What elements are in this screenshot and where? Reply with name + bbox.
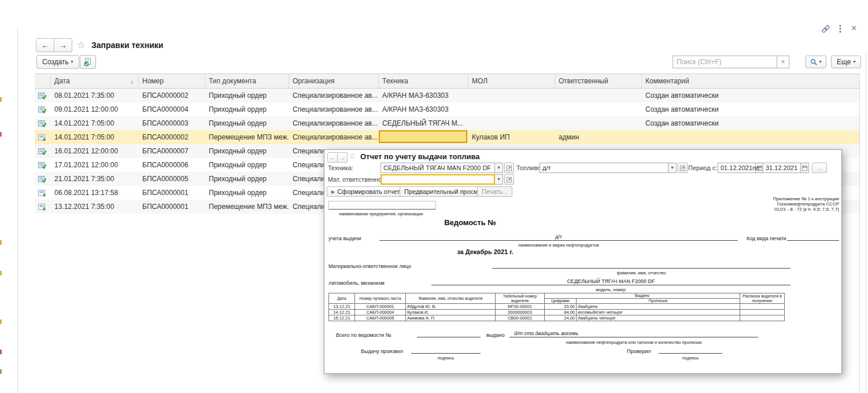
column-header-number[interactable]: Номер [139,74,205,88]
mol-open-button[interactable] [504,174,514,185]
period-from-input[interactable]: 01.12.2021 [718,163,756,173]
period-more-button[interactable]: ... [812,163,827,173]
sort-descending-icon: ↓ [131,78,135,85]
issue-row: 13.12.21 САБП-000001 Абдулов Ю. В. МГ00-… [329,304,785,310]
table-row[interactable]: 14.01.2021 7:05:00 БПСА0000003 Приходный… [35,116,859,130]
fuel-open-button[interactable] [678,163,688,173]
vehicle-label: Автомобиль, механизм [328,280,385,286]
column-header-date[interactable]: Дата ↓ [51,74,139,88]
side-panel-edge [0,97,2,102]
checker-signature-caption: подпись [662,355,719,361]
favorite-star-icon[interactable]: ☆ [77,41,85,50]
org-name-caption: наименование предприятия, организации [339,211,423,216]
forward-button[interactable]: → [338,152,348,163]
col-digits: Цифрами [545,299,577,304]
cell-number: БПСА0000001 [139,186,205,200]
issuer-signature-caption: подпись [417,355,475,361]
window-right-border [866,52,866,393]
forward-button[interactable]: → [54,38,72,52]
dialog-title: Отчет по учету выдачи топлива [360,152,480,161]
cell-number: БПСА0000006 [139,158,205,172]
cell-date: 16.01.2021 12:00:00 [51,144,139,158]
period-to-input[interactable]: 31.12.2021 [763,163,801,173]
period-from-label: Период с: [688,164,717,171]
favorite-star-icon[interactable]: ☆ [349,152,356,160]
fuel-dropdown-button[interactable]: ▾ [668,163,677,173]
chevron-down-icon: ▾ [497,166,500,170]
cell-number: БПСА0000005 [139,172,205,186]
create-button[interactable]: Создать ▾ [36,55,79,69]
org-name-box [328,201,436,210]
issuer-signature-line [411,347,481,354]
search-button[interactable]: ▾ [806,56,826,68]
tech-field: СЕДЕЛЬНЫЙ ТЯГАЧ MAN F2000 DF ▾ [381,163,514,173]
create-by-copy-icon [83,57,93,67]
table-row[interactable]: 09.01.2021 12:00:00 БПСА0000004 Приходны… [35,102,859,116]
more-button[interactable]: Еще ▾ [831,56,861,68]
table-row-selected[interactable]: 14.01.2021 7:05:00 БПСА0000002 Перемещен… [35,130,859,144]
side-panel-edge [0,132,2,137]
fuel-input[interactable]: д/т [540,163,668,173]
mol-dropdown-button[interactable]: ▾ [495,174,503,185]
search-icon [810,58,818,66]
print-code-label: Код вида печати [747,236,786,241]
tech-label: Техника: [328,164,353,171]
application-window: × ← → ☆ Заправки техники Создать ▾ × ▾ Е… [0,0,868,393]
fuel-name-line: д/т [379,234,738,241]
tech-open-button[interactable] [504,163,514,173]
period-to-calendar-button[interactable] [801,163,809,173]
clear-search-icon[interactable]: × [777,56,789,68]
report-mol-caption: фамилия, имя, отчество [583,270,699,276]
fuel-label: Топливо: [516,164,542,171]
document-movement-icon [38,203,46,211]
cell-org: Специализированное ав... [289,89,379,102]
cell-doctype: Приходный ордер [205,89,289,102]
cell-number: БПСА0000002 [139,130,205,144]
col-date: Дата [329,293,355,304]
chevron-down-icon: ▾ [853,60,855,64]
column-header-comment[interactable]: Комментарий [642,74,859,88]
side-panel-edge [0,240,2,245]
mol-input[interactable] [381,174,495,185]
cell-org: Специализированное ав... [289,130,379,144]
column-header-resp[interactable]: Ответственный [555,74,642,88]
column-header-mol[interactable]: МОЛ [468,74,555,88]
play-icon: ▶ [331,189,335,194]
cell-tech [379,130,468,144]
column-header-doctype[interactable]: Тип документа [205,74,289,88]
more-dots-icon[interactable] [839,25,841,33]
link-icon[interactable] [821,24,830,34]
cell-mol: Кулаков ИП [468,130,555,144]
col-driver: Фамилия, имя, отчество водителя [406,293,496,304]
print-button[interactable]: Печать... [477,186,512,197]
cell-number: БПСА0000007 [139,144,205,158]
column-header-tech[interactable]: Техника [379,74,468,88]
search-input[interactable] [673,56,777,68]
tech-dropdown-button[interactable]: ▾ [495,163,503,173]
chevron-down-icon: ▾ [671,166,673,170]
dialog-nav-buttons: ← → [327,152,348,163]
close-window-icon[interactable]: × [851,23,856,34]
tech-cell-editor[interactable] [379,130,467,143]
cell-resp [555,102,642,116]
cell-mol [468,89,555,102]
cell-org: Специализированное ав... [289,116,379,130]
issuer-label: Выдачу произвел [361,348,403,354]
generate-report-button[interactable]: ▶ Сформировать отчет [327,186,404,197]
back-button[interactable]: ← [327,152,338,163]
column-header-org[interactable]: Организация [289,74,379,88]
cell-resp [555,116,642,130]
fuel-report-dialog: ← → ☆ Отчет по учету выдачи топлива Техн… [324,149,842,374]
cell-date: 09.01.2021 12:00:00 [51,102,139,116]
tech-input[interactable]: СЕДЕЛЬНЫЙ ТЯГАЧ MAN F2000 DF [381,163,495,173]
back-button[interactable]: ← [36,38,54,52]
fuel-caption: наименование и марка нефтепродуктов [472,243,645,248]
cell-doctype: Приходный ордер [205,102,289,116]
table-row[interactable]: 08.01.2021 7:35:00 БПСА0000002 Приходный… [35,89,859,102]
create-by-copy-button[interactable] [80,55,96,69]
cell-date: 17.01.2021 12:00:00 [51,158,139,172]
cell-tech: СЕДЕЛЬНЫЙ ТЯГАЧ М... [379,116,468,130]
period-to-label: по: [752,164,761,171]
report-mol-label: Материально-ответственное лицо [328,263,411,269]
period-to-field: 31.12.2021 [763,163,809,173]
